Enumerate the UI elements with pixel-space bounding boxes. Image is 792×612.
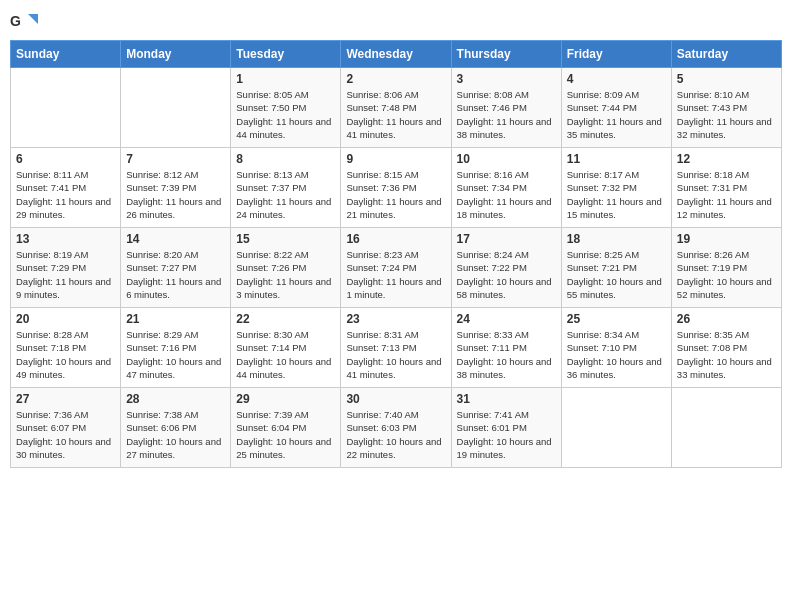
calendar-cell: 16Sunrise: 8:23 AM Sunset: 7:24 PM Dayli… (341, 228, 451, 308)
calendar-cell: 15Sunrise: 8:22 AM Sunset: 7:26 PM Dayli… (231, 228, 341, 308)
calendar-cell: 4Sunrise: 8:09 AM Sunset: 7:44 PM Daylig… (561, 68, 671, 148)
day-detail: Sunrise: 8:19 AM Sunset: 7:29 PM Dayligh… (16, 248, 115, 301)
day-number: 17 (457, 232, 556, 246)
calendar-cell: 25Sunrise: 8:34 AM Sunset: 7:10 PM Dayli… (561, 308, 671, 388)
day-number: 12 (677, 152, 776, 166)
day-number: 16 (346, 232, 445, 246)
calendar-week-row: 20Sunrise: 8:28 AM Sunset: 7:18 PM Dayli… (11, 308, 782, 388)
day-number: 13 (16, 232, 115, 246)
calendar-week-row: 27Sunrise: 7:36 AM Sunset: 6:07 PM Dayli… (11, 388, 782, 468)
day-detail: Sunrise: 8:12 AM Sunset: 7:39 PM Dayligh… (126, 168, 225, 221)
calendar-cell: 29Sunrise: 7:39 AM Sunset: 6:04 PM Dayli… (231, 388, 341, 468)
calendar-cell: 12Sunrise: 8:18 AM Sunset: 7:31 PM Dayli… (671, 148, 781, 228)
logo: G (10, 10, 42, 32)
day-number: 19 (677, 232, 776, 246)
day-number: 28 (126, 392, 225, 406)
calendar-cell: 21Sunrise: 8:29 AM Sunset: 7:16 PM Dayli… (121, 308, 231, 388)
day-number: 20 (16, 312, 115, 326)
day-number: 2 (346, 72, 445, 86)
day-detail: Sunrise: 8:30 AM Sunset: 7:14 PM Dayligh… (236, 328, 335, 381)
calendar-cell: 5Sunrise: 8:10 AM Sunset: 7:43 PM Daylig… (671, 68, 781, 148)
weekday-header: Saturday (671, 41, 781, 68)
calendar-cell (11, 68, 121, 148)
calendar-cell: 14Sunrise: 8:20 AM Sunset: 7:27 PM Dayli… (121, 228, 231, 308)
calendar-cell: 11Sunrise: 8:17 AM Sunset: 7:32 PM Dayli… (561, 148, 671, 228)
calendar-cell: 6Sunrise: 8:11 AM Sunset: 7:41 PM Daylig… (11, 148, 121, 228)
calendar-cell: 8Sunrise: 8:13 AM Sunset: 7:37 PM Daylig… (231, 148, 341, 228)
day-detail: Sunrise: 8:33 AM Sunset: 7:11 PM Dayligh… (457, 328, 556, 381)
day-number: 23 (346, 312, 445, 326)
day-detail: Sunrise: 8:18 AM Sunset: 7:31 PM Dayligh… (677, 168, 776, 221)
day-detail: Sunrise: 8:31 AM Sunset: 7:13 PM Dayligh… (346, 328, 445, 381)
day-detail: Sunrise: 7:36 AM Sunset: 6:07 PM Dayligh… (16, 408, 115, 461)
calendar-cell (561, 388, 671, 468)
day-number: 4 (567, 72, 666, 86)
day-detail: Sunrise: 8:23 AM Sunset: 7:24 PM Dayligh… (346, 248, 445, 301)
day-number: 1 (236, 72, 335, 86)
calendar-cell: 18Sunrise: 8:25 AM Sunset: 7:21 PM Dayli… (561, 228, 671, 308)
weekday-header: Wednesday (341, 41, 451, 68)
day-number: 22 (236, 312, 335, 326)
weekday-header: Sunday (11, 41, 121, 68)
day-detail: Sunrise: 8:15 AM Sunset: 7:36 PM Dayligh… (346, 168, 445, 221)
day-number: 29 (236, 392, 335, 406)
day-detail: Sunrise: 8:20 AM Sunset: 7:27 PM Dayligh… (126, 248, 225, 301)
calendar-cell: 31Sunrise: 7:41 AM Sunset: 6:01 PM Dayli… (451, 388, 561, 468)
calendar-week-row: 13Sunrise: 8:19 AM Sunset: 7:29 PM Dayli… (11, 228, 782, 308)
day-detail: Sunrise: 8:11 AM Sunset: 7:41 PM Dayligh… (16, 168, 115, 221)
calendar-cell: 27Sunrise: 7:36 AM Sunset: 6:07 PM Dayli… (11, 388, 121, 468)
calendar-cell: 10Sunrise: 8:16 AM Sunset: 7:34 PM Dayli… (451, 148, 561, 228)
day-detail: Sunrise: 8:24 AM Sunset: 7:22 PM Dayligh… (457, 248, 556, 301)
day-number: 14 (126, 232, 225, 246)
svg-marker-1 (28, 14, 38, 24)
day-number: 6 (16, 152, 115, 166)
logo-icon: G (10, 10, 38, 32)
day-number: 5 (677, 72, 776, 86)
day-detail: Sunrise: 8:16 AM Sunset: 7:34 PM Dayligh… (457, 168, 556, 221)
day-number: 11 (567, 152, 666, 166)
calendar-cell: 13Sunrise: 8:19 AM Sunset: 7:29 PM Dayli… (11, 228, 121, 308)
day-number: 21 (126, 312, 225, 326)
day-detail: Sunrise: 8:09 AM Sunset: 7:44 PM Dayligh… (567, 88, 666, 141)
day-number: 27 (16, 392, 115, 406)
calendar-cell: 23Sunrise: 8:31 AM Sunset: 7:13 PM Dayli… (341, 308, 451, 388)
day-detail: Sunrise: 8:22 AM Sunset: 7:26 PM Dayligh… (236, 248, 335, 301)
weekday-header: Monday (121, 41, 231, 68)
day-detail: Sunrise: 8:13 AM Sunset: 7:37 PM Dayligh… (236, 168, 335, 221)
day-detail: Sunrise: 8:17 AM Sunset: 7:32 PM Dayligh… (567, 168, 666, 221)
calendar-cell (671, 388, 781, 468)
day-detail: Sunrise: 7:38 AM Sunset: 6:06 PM Dayligh… (126, 408, 225, 461)
day-number: 9 (346, 152, 445, 166)
calendar-cell: 30Sunrise: 7:40 AM Sunset: 6:03 PM Dayli… (341, 388, 451, 468)
day-detail: Sunrise: 8:35 AM Sunset: 7:08 PM Dayligh… (677, 328, 776, 381)
calendar-cell: 1Sunrise: 8:05 AM Sunset: 7:50 PM Daylig… (231, 68, 341, 148)
weekday-header: Thursday (451, 41, 561, 68)
calendar-cell: 17Sunrise: 8:24 AM Sunset: 7:22 PM Dayli… (451, 228, 561, 308)
header: G (10, 10, 782, 32)
day-number: 10 (457, 152, 556, 166)
weekday-header-row: SundayMondayTuesdayWednesdayThursdayFrid… (11, 41, 782, 68)
calendar-cell: 28Sunrise: 7:38 AM Sunset: 6:06 PM Dayli… (121, 388, 231, 468)
day-number: 30 (346, 392, 445, 406)
calendar-table: SundayMondayTuesdayWednesdayThursdayFrid… (10, 40, 782, 468)
weekday-header: Friday (561, 41, 671, 68)
calendar-cell: 2Sunrise: 8:06 AM Sunset: 7:48 PM Daylig… (341, 68, 451, 148)
day-detail: Sunrise: 7:39 AM Sunset: 6:04 PM Dayligh… (236, 408, 335, 461)
day-detail: Sunrise: 8:34 AM Sunset: 7:10 PM Dayligh… (567, 328, 666, 381)
day-detail: Sunrise: 8:08 AM Sunset: 7:46 PM Dayligh… (457, 88, 556, 141)
day-detail: Sunrise: 7:41 AM Sunset: 6:01 PM Dayligh… (457, 408, 556, 461)
weekday-header: Tuesday (231, 41, 341, 68)
day-number: 18 (567, 232, 666, 246)
day-detail: Sunrise: 8:06 AM Sunset: 7:48 PM Dayligh… (346, 88, 445, 141)
day-number: 3 (457, 72, 556, 86)
day-number: 15 (236, 232, 335, 246)
calendar-cell: 7Sunrise: 8:12 AM Sunset: 7:39 PM Daylig… (121, 148, 231, 228)
calendar-cell: 26Sunrise: 8:35 AM Sunset: 7:08 PM Dayli… (671, 308, 781, 388)
day-detail: Sunrise: 8:29 AM Sunset: 7:16 PM Dayligh… (126, 328, 225, 381)
calendar-cell: 3Sunrise: 8:08 AM Sunset: 7:46 PM Daylig… (451, 68, 561, 148)
calendar-cell: 9Sunrise: 8:15 AM Sunset: 7:36 PM Daylig… (341, 148, 451, 228)
day-detail: Sunrise: 8:28 AM Sunset: 7:18 PM Dayligh… (16, 328, 115, 381)
day-detail: Sunrise: 8:10 AM Sunset: 7:43 PM Dayligh… (677, 88, 776, 141)
calendar-cell: 20Sunrise: 8:28 AM Sunset: 7:18 PM Dayli… (11, 308, 121, 388)
day-number: 26 (677, 312, 776, 326)
